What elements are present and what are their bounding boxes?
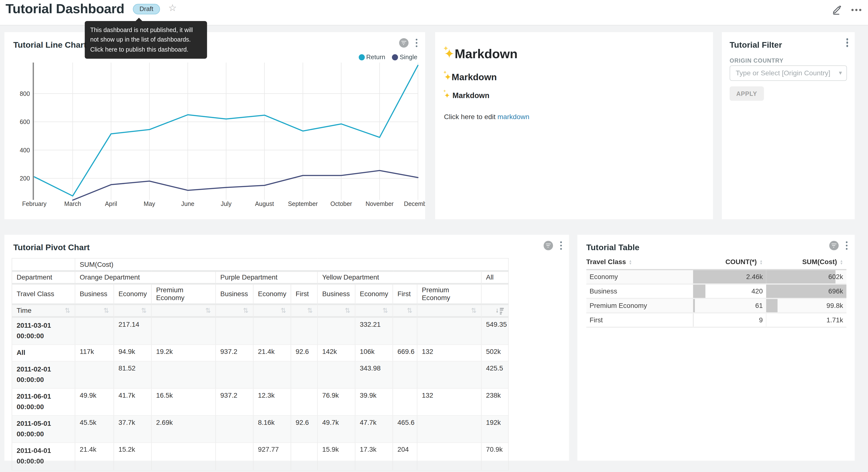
pivot-value-cell: 117k <box>75 345 114 361</box>
pivot-value-cell <box>151 361 216 389</box>
pivot-group-header: All <box>482 271 508 284</box>
pivot-value-cell <box>253 317 291 345</box>
pivot-chart-title: Tutorial Pivot Chart <box>13 243 90 252</box>
x-axis-label: April <box>105 200 117 207</box>
pivot-value-cell: 142k <box>317 345 355 361</box>
pivot-column-header: Economy <box>253 284 291 304</box>
pivot-value-cell <box>75 317 114 345</box>
filter-indicator-icon[interactable] <box>543 241 553 250</box>
pivot-value-cell: 204 <box>393 443 417 470</box>
edit-markdown-link[interactable]: markdown <box>497 113 529 121</box>
chart-menu-icon[interactable] <box>845 241 847 250</box>
pivot-sort-cell: ⇅ <box>317 304 355 317</box>
pivot-value-cell: 15.9k <box>317 443 355 470</box>
pivot-value-cell <box>216 443 253 470</box>
table-row: Economy2.46k602k <box>586 270 846 285</box>
sort-icon[interactable]: ⇅ <box>281 307 286 315</box>
chart-menu-icon[interactable] <box>560 241 562 250</box>
sort-icon[interactable]: ⇅ <box>206 307 211 315</box>
pivot-data-row: 2011-04-01 00:00:0021.4k15.2k927.7715.9k… <box>12 443 508 470</box>
pivot-value-cell <box>291 317 318 345</box>
sort-icon[interactable]: ⇅ <box>407 307 412 315</box>
filter-card: Tutorial Filter ORIGIN COUNTRY Type or S… <box>722 32 855 219</box>
pivot-data-row: 2011-03-01 00:00:00217.14332.21549.35 <box>12 317 508 345</box>
pivot-value-cell <box>291 361 318 389</box>
sort-icon[interactable]: ⇅ <box>471 307 477 315</box>
travel-class-cell: First <box>586 313 693 328</box>
pivot-column-header <box>482 284 508 304</box>
pivot-value-cell: 21.4k <box>75 443 114 470</box>
pivot-value-cell <box>216 361 253 389</box>
pivot-value-cell: 39.9k <box>355 389 393 416</box>
pivot-value-cell <box>417 443 482 470</box>
svg-text:800: 800 <box>20 90 30 97</box>
filter-menu-icon[interactable] <box>846 38 848 47</box>
pivot-value-cell <box>216 416 253 443</box>
pivot-value-cell: 16.5k <box>151 389 216 416</box>
column-header-travelclass[interactable]: Travel Class▲▼ <box>586 256 693 270</box>
travel-class-cell: Business <box>586 285 693 299</box>
pivot-column-header: Premium Economy <box>417 284 482 304</box>
pivot-value-cell: 49.7k <box>317 416 355 443</box>
filter-indicator-icon[interactable] <box>829 241 838 250</box>
pivot-value-cell: 238k <box>482 389 508 416</box>
pivot-row-key: 2011-05-01 00:00:00 <box>12 416 75 443</box>
markdown-paragraph: Click here to edit markdown <box>444 113 704 121</box>
x-axis-label: July <box>221 200 232 207</box>
sort-icon[interactable]: ⇅ <box>103 307 109 315</box>
table-row: First91.71k <box>586 313 846 328</box>
filter-indicator-icon[interactable] <box>399 38 408 48</box>
x-axis-label: February <box>22 200 47 207</box>
data-table: Travel Class▲▼COUNT(*)▲▼SUM(Cost)▲▼Econo… <box>586 256 846 328</box>
sort-descending-icon[interactable]: ↓ <box>496 307 504 315</box>
legend-label: Single <box>400 54 417 60</box>
sort-icon[interactable]: ⇅ <box>65 307 70 315</box>
pivot-data-row: All117k94.9k19.2k937.221.4k92.6142k106k6… <box>12 345 508 361</box>
pivot-value-cell: 332.21 <box>355 317 393 345</box>
draft-badge[interactable]: Draft <box>133 4 160 14</box>
sort-icon[interactable]: ⇅ <box>141 307 147 315</box>
origin-country-select[interactable]: Type or Select [Origin Country] ▾ <box>730 65 847 81</box>
pivot-metric-row: SUM(Cost) <box>12 258 508 271</box>
favorite-star-icon[interactable]: ☆ <box>168 3 177 14</box>
pivot-value-cell: 927.77 <box>253 443 291 470</box>
pivot-value-cell: 132 <box>417 389 482 416</box>
legend-item-single[interactable]: Single <box>392 54 417 60</box>
sum-cell: 602k <box>766 270 846 285</box>
legend-item-return[interactable]: Return <box>359 54 385 60</box>
pivot-value-cell <box>291 443 318 470</box>
pivot-sort-cell: ⇅ <box>355 304 393 317</box>
pivot-value-cell: 549.35 <box>482 317 508 345</box>
count-cell: 61 <box>693 299 766 314</box>
pivot-value-cell: 45.5k <box>75 416 114 443</box>
sort-icon[interactable]: ⇅ <box>345 307 350 315</box>
pivot-value-cell <box>393 317 417 345</box>
pivot-value-cell: 106k <box>355 345 393 361</box>
more-options-icon[interactable] <box>851 5 861 14</box>
table-row: Premium Economy6199.8k <box>586 299 846 314</box>
sort-icon[interactable]: ⇅ <box>307 307 313 315</box>
pivot-value-cell <box>291 389 318 416</box>
sort-icon[interactable]: ⇅ <box>243 307 249 315</box>
pivot-value-cell: 21.4k <box>253 345 291 361</box>
pivot-metric-header: SUM(Cost) <box>75 258 508 271</box>
column-header-count[interactable]: COUNT(*)▲▼ <box>693 256 766 270</box>
pivot-column-header: Business <box>317 284 355 304</box>
pivot-value-cell <box>216 317 253 345</box>
pivot-value-cell: 81.52 <box>114 361 151 389</box>
chevron-down-icon: ▾ <box>839 69 842 76</box>
pivot-value-cell: 937.2 <box>216 345 253 361</box>
sort-carets-icon: ▲▼ <box>840 260 843 265</box>
column-header-sumcost[interactable]: SUM(Cost)▲▼ <box>766 256 846 270</box>
legend-label: Return <box>366 54 385 60</box>
count-cell: 9 <box>693 313 766 328</box>
apply-button[interactable]: APPLY <box>730 86 764 101</box>
pivot-value-cell: 76.9k <box>317 389 355 416</box>
sort-icon[interactable]: ⇅ <box>382 307 388 315</box>
x-axis-label: March <box>64 200 81 207</box>
sum-cell: 696k <box>766 285 846 299</box>
edit-pencil-icon[interactable] <box>832 4 843 15</box>
chart-menu-icon[interactable] <box>415 39 417 47</box>
travel-class-cell: Economy <box>586 270 693 285</box>
pivot-value-cell <box>417 361 482 389</box>
